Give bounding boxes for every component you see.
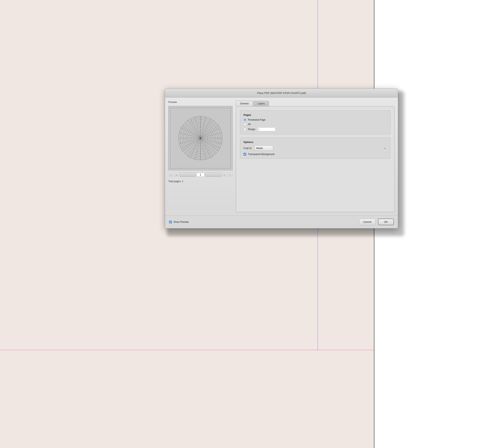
- place-pdf-dialog: Place PDF (MASTER STAR CHART2.pdf) Previ…: [165, 88, 398, 228]
- crop-label: Crop to:: [243, 147, 252, 150]
- nav-spacer: [180, 173, 196, 177]
- show-preview-checkbox[interactable]: [169, 221, 172, 224]
- nav-prev-button[interactable]: ◀: [174, 173, 179, 177]
- preview-label: Preview: [168, 101, 233, 104]
- show-preview-row: Show Preview: [169, 221, 189, 224]
- radio-all[interactable]: [243, 123, 246, 126]
- radio-previewed-page[interactable]: [243, 118, 246, 121]
- ok-button[interactable]: OK: [378, 219, 394, 225]
- tab-content-general: Pages Previewed Page All: [236, 106, 395, 212]
- dialog-body: Preview: [165, 97, 398, 215]
- transparent-bg-label: Transparent Background: [248, 153, 274, 156]
- radio-previewed-label: Previewed Page: [248, 118, 265, 121]
- crop-to-row: Crop to: Media Bleed Trim Art Crop Bound…: [243, 145, 387, 151]
- dialog-footer: Show Preview Cancel OK: [165, 215, 398, 228]
- total-pages: Total pages: 1: [168, 180, 233, 183]
- options-section: Options Crop to: Media Bleed Trim Art Cr…: [240, 138, 391, 159]
- crop-to-select[interactable]: Media Bleed Trim Art Crop Bounding Box: [254, 145, 273, 151]
- preview-image-box: [168, 106, 233, 170]
- nav-last-button[interactable]: ⏭: [228, 173, 233, 177]
- dialog-title: Place PDF (MASTER STAR CHART2.pdf): [257, 92, 306, 95]
- radio-all-label: All: [248, 123, 250, 126]
- tab-layers[interactable]: Layers: [253, 101, 269, 106]
- radio-row-previewed: Previewed Page: [243, 118, 387, 121]
- tab-general[interactable]: General: [236, 101, 253, 106]
- nav-first-button[interactable]: ⏮: [168, 173, 173, 177]
- dialog-titlebar: Place PDF (MASTER STAR CHART2.pdf): [165, 89, 398, 97]
- right-panel: General Layers Pages Previewed Page: [236, 101, 395, 212]
- page-number-input[interactable]: [196, 173, 204, 177]
- preview-inner-border: [170, 108, 231, 169]
- range-value-input[interactable]: [257, 127, 275, 131]
- pages-section-title: Pages: [243, 113, 387, 116]
- guide-horizontal: [0, 350, 374, 350]
- show-preview-label: Show Preview: [173, 221, 189, 224]
- radio-range[interactable]: [243, 128, 246, 131]
- crop-select-wrapper: Media Bleed Trim Art Crop Bounding Box ▾: [254, 145, 387, 151]
- preview-panel: Preview: [168, 101, 233, 212]
- radio-range-label: Range:: [248, 128, 256, 131]
- transparent-bg-checkbox[interactable]: [243, 153, 246, 156]
- pages-section: Pages Previewed Page All: [240, 110, 391, 134]
- nav-next-button[interactable]: ▶: [222, 173, 227, 177]
- footer-buttons: Cancel OK: [359, 219, 394, 225]
- cancel-button[interactable]: Cancel: [359, 219, 376, 225]
- options-section-title: Options: [243, 141, 387, 144]
- tab-bar: General Layers: [236, 101, 395, 106]
- radio-row-range: Range:: [243, 127, 387, 131]
- select-arrow-icon: ▾: [384, 147, 385, 149]
- nav-spacer2: [205, 173, 221, 177]
- radio-row-all: All: [243, 123, 387, 126]
- page-navigation: ⏮ ◀ ▶ ⏭: [168, 173, 233, 177]
- pages-radio-group: Previewed Page All Range:: [243, 118, 387, 131]
- transparent-bg-row: Transparent Background: [243, 153, 387, 156]
